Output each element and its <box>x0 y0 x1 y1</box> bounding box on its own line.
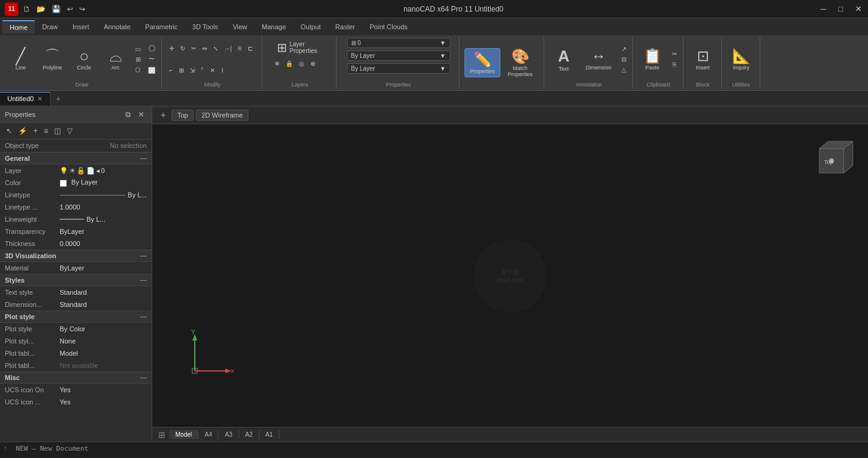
layer-properties-button[interactable]: ⊞ Layer Properties <box>272 38 328 57</box>
styles-section-header[interactable]: Styles — <box>0 274 152 286</box>
cut-button[interactable]: ✂ <box>670 49 679 58</box>
color-dropdown[interactable]: By Layer ▼ <box>347 51 450 61</box>
properties-button[interactable]: ✏️ Properties <box>464 48 500 77</box>
quick-select-button[interactable]: ⚡ <box>16 125 30 136</box>
select-object-button[interactable]: ↖ <box>4 125 15 136</box>
a2-tab[interactable]: A2 <box>239 430 259 439</box>
misc-section-header[interactable]: Misc — <box>0 372 152 384</box>
pick-add-button[interactable]: + <box>31 125 40 136</box>
model-tab[interactable]: Model <box>169 430 198 439</box>
layer-freeze-button[interactable]: ❄ <box>272 59 282 68</box>
tab-pointclouds[interactable]: Point Clouds <box>362 21 415 33</box>
redo-button[interactable]: ↪ <box>77 4 88 15</box>
polyline-button[interactable]: ⌒ Polyline <box>38 45 67 74</box>
maximize-button[interactable]: □ <box>832 2 849 16</box>
spline-button[interactable]: 〜 <box>145 54 158 65</box>
scale-button[interactable]: ⤡ <box>211 44 220 53</box>
tab-draw[interactable]: Draw <box>35 21 65 33</box>
properties-float-button[interactable]: ⧉ <box>123 109 133 120</box>
list-button[interactable]: ≡ <box>41 125 51 136</box>
hatch-button[interactable]: ⊞ <box>133 55 143 64</box>
open-button[interactable]: 📂 <box>34 4 48 15</box>
layer-dropdown[interactable]: ⊞ 0 ▼ <box>347 38 450 48</box>
viewport-label-button[interactable]: Top <box>172 110 194 121</box>
rectangle-button[interactable]: ▭ <box>133 44 143 54</box>
tab-home[interactable]: Home <box>2 20 35 33</box>
tab-3dtools[interactable]: 3D Tools <box>185 21 226 33</box>
break-button[interactable]: ⌇ <box>219 66 226 75</box>
viewcube[interactable]: Top <box>807 136 856 186</box>
rotate-button[interactable]: ↻ <box>178 44 187 53</box>
layer-lock-button[interactable]: 🔒 <box>283 59 295 68</box>
misc-section-label: Misc <box>5 374 19 381</box>
minimize-button[interactable]: ─ <box>814 2 832 16</box>
arc-button[interactable]: ⌓ Arc <box>101 45 130 74</box>
a1-tab[interactable]: A1 <box>259 430 279 439</box>
doc-tab-close[interactable]: ✕ <box>37 95 43 103</box>
new-tab-button[interactable]: + <box>51 91 65 106</box>
table-button[interactable]: ⊟ <box>619 55 629 64</box>
inquiry-button[interactable]: 📐 Inquiry <box>727 45 756 73</box>
region-button[interactable]: ⬜ <box>145 66 158 75</box>
tab-annotate[interactable]: Annotate <box>97 21 138 33</box>
object-type-row: Object type No selection <box>0 139 152 152</box>
layer-restore-button[interactable]: ⊕ <box>308 59 318 68</box>
delete-button[interactable]: ✕ <box>208 66 217 75</box>
viewcube-svg: Top <box>807 136 856 185</box>
tab-view[interactable]: View <box>225 21 254 33</box>
multileader-button[interactable]: ↗ <box>619 44 629 54</box>
draw-tools: ╱ Line ⌒ Polyline ○ Circle ⌓ Arc ▭ ⊞ <box>6 38 158 80</box>
annotation-extra: ↗ ⊟ △ <box>619 44 629 74</box>
trim-button[interactable]: ✂ <box>189 44 198 53</box>
polygon-button[interactable]: ⬡ <box>133 65 143 74</box>
tab-manage[interactable]: Manage <box>254 21 293 33</box>
a3-tab[interactable]: A3 <box>219 430 239 439</box>
circle-button[interactable]: ○ Circle <box>69 45 99 74</box>
clipboard-tools: 📋 Paste ✂ ⎘ <box>638 38 679 80</box>
canvas-viewport[interactable]: Y ✕ <box>152 124 868 427</box>
copy-btn2[interactable]: ⎘ <box>670 60 679 69</box>
undo-button[interactable]: ↩ <box>65 4 75 15</box>
dimension-icon: ↔ <box>591 48 606 65</box>
color-property-row: Color By Layer <box>0 177 152 189</box>
select-similar-button[interactable]: ◫ <box>52 125 63 136</box>
viz-section-header[interactable]: 3D Visualization — <box>0 250 152 262</box>
move-button[interactable]: ✛ <box>167 44 177 53</box>
insert-button[interactable]: ⊡ Insert <box>688 45 718 73</box>
view-mode-button[interactable]: 2D Wireframe <box>196 110 248 121</box>
add-viewport-button[interactable]: + <box>157 109 169 121</box>
tab-insert[interactable]: Insert <box>65 21 97 33</box>
line-button[interactable]: ╱ Line <box>6 45 35 74</box>
linetype-dropdown[interactable]: By Layer ▼ <box>347 63 450 74</box>
a4-tab[interactable]: A4 <box>198 430 219 439</box>
general-section-header[interactable]: General — <box>0 152 152 164</box>
ellipse-button[interactable]: ◯ <box>145 43 158 52</box>
new-button[interactable]: 🗋 <box>21 4 33 15</box>
array-button[interactable]: ⊞ <box>177 66 186 75</box>
grid-view-icon[interactable]: ⊞ <box>155 429 169 441</box>
match-properties-button[interactable]: 🎨 MatchProperties <box>503 46 537 80</box>
mirror-button[interactable]: ⇔ <box>200 44 209 53</box>
filter-button[interactable]: ▽ <box>65 125 75 136</box>
markup-button[interactable]: △ <box>619 65 629 74</box>
doc-tab-untitled0[interactable]: Untitled0 ✕ <box>0 92 51 105</box>
paste-button[interactable]: 📋 Paste <box>638 45 667 73</box>
close-button[interactable]: ✕ <box>849 2 868 16</box>
tab-parametric[interactable]: Parametric <box>138 21 185 33</box>
properties-close-button[interactable]: ✕ <box>136 109 147 120</box>
tab-raster[interactable]: Raster <box>328 21 362 33</box>
fillet-button[interactable]: ⌐ <box>167 66 175 75</box>
tab-output[interactable]: Output <box>293 21 328 33</box>
plotstyle-section-header[interactable]: Plot style — <box>0 311 152 323</box>
offset-button[interactable]: ⊏ <box>245 44 255 53</box>
text-button[interactable]: A Text <box>549 44 578 74</box>
layer-off-button[interactable]: ◎ <box>296 59 307 68</box>
stretch-button[interactable]: ⇲ <box>187 66 197 75</box>
save-button[interactable]: 💾 <box>49 4 63 15</box>
dimension-button[interactable]: ↔ Dimension <box>581 45 617 73</box>
ucs-icon2-label: UCS icon ... <box>5 398 60 406</box>
copy-button[interactable]: ⎘ <box>236 44 244 53</box>
extend-button[interactable]: →| <box>222 44 234 53</box>
command-scroll-up[interactable]: ↑ <box>4 445 7 451</box>
chamfer-button[interactable]: ⌜ <box>198 66 206 75</box>
